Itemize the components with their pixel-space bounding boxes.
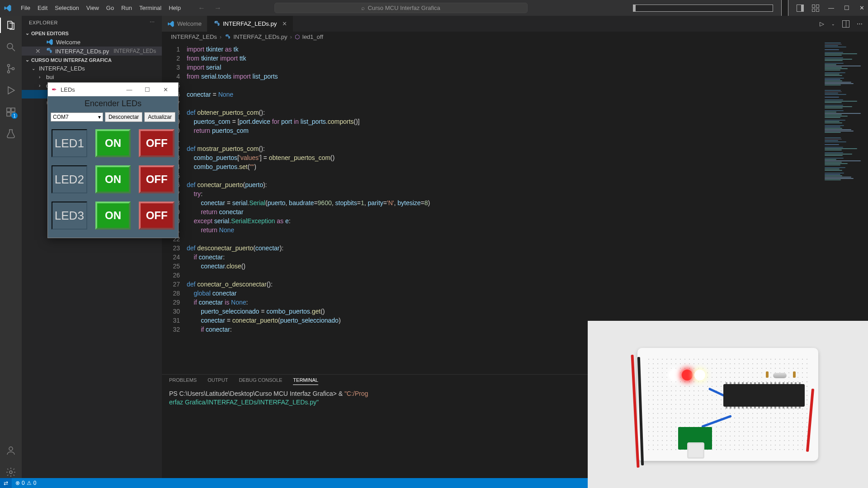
refresh-button[interactable]: Actualizar [144,112,175,122]
port-combobox[interactable]: COM7 ▾ [51,113,103,122]
window-close-icon[interactable]: ✕ [859,5,864,11]
folder-build[interactable]: ›bui [22,73,162,81]
status-problems[interactable]: ⊗0 ⚠0 [12,480,40,486]
toggle-secondary-sidebar-icon[interactable] [797,5,804,12]
editor-more-icon[interactable]: ⋯ [857,20,863,27]
open-editors-section[interactable]: ⌄OPEN EDITORS [22,29,162,38]
led3-on-button[interactable]: ON [95,202,131,230]
python-file-icon [224,34,231,40]
led3-off-button[interactable]: OFF [139,202,175,230]
tab-interfaz-leds[interactable]: INTERFAZ_LEDs.py ✕ [208,16,293,32]
toggle-primary-sidebar-icon[interactable] [633,5,773,12]
close-tab-icon[interactable]: ✕ [282,20,287,27]
nav-back-icon[interactable]: ← [198,4,205,12]
vscode-logo-icon [4,4,12,12]
editor-tabs: Welcome INTERFAZ_LEDs.py ✕ ▷ ⌄ ⋯ [162,16,868,32]
disconnect-button[interactable]: Desconectar [105,112,142,122]
accounts-icon[interactable] [5,445,17,456]
tk-maximize-icon[interactable]: ☐ [138,86,156,93]
hardware-led3 [694,370,705,380]
open-editor-welcome[interactable]: Welcome [22,38,162,47]
settings-gear-icon[interactable] [5,466,17,478]
tkinter-window[interactable]: ✒ LEDs — ☐ ✕ Encender LEDs COM7 ▾ Descon… [47,82,179,238]
tk-minimize-icon[interactable]: — [120,86,138,93]
project-section[interactable]: ⌄CURSO MCU INTERFAZ GRAFICA [22,56,162,64]
command-center-search[interactable]: ⌕ Curso MCU Interfaz Grafica [274,3,528,13]
tkinter-titlebar[interactable]: ✒ LEDs — ☐ ✕ [48,83,178,96]
folder-interfaz-leds[interactable]: ⌄INTERFAZ_LEDs [22,64,162,73]
menu-view[interactable]: View [83,3,103,13]
source-control-icon[interactable] [5,63,17,75]
menu-go[interactable]: Go [103,3,118,13]
panel-tab-terminal[interactable]: TERMINAL [293,377,318,385]
led1-off-button[interactable]: OFF [139,129,175,157]
tk-close-icon[interactable]: ✕ [156,86,175,93]
customize-layout-icon[interactable] [812,5,819,12]
remote-indicator[interactable]: ⇄ [0,478,12,488]
menu-terminal[interactable]: Terminal [136,3,165,13]
tkinter-title: LEDs [61,86,75,93]
tkinter-heading: Encender LEDs [48,96,178,111]
led1-on-button[interactable]: ON [95,129,131,157]
hardware-led1 [669,370,680,380]
panel-tab-problems[interactable]: PROBLEMS [169,377,197,385]
run-debug-icon[interactable] [5,84,17,96]
remote-icon: ⇄ [4,480,8,486]
extensions-icon[interactable]: 1 [5,106,17,118]
svg-point-9 [9,471,12,474]
nav-forward-icon[interactable]: → [214,4,222,12]
menu-run[interactable]: Run [118,3,136,13]
explorer-title: EXPLORER [29,20,58,25]
vscode-file-icon [46,38,53,46]
symbol-icon: ⬡ [295,33,300,40]
open-editor-file[interactable]: ✕ INTERFAZ_LEDs.py INTERFAZ_LEDs [22,47,162,56]
window-maximize-icon[interactable]: ☐ [844,5,849,11]
menu-selection[interactable]: Selection [51,3,82,13]
svg-point-2 [8,71,10,73]
menu-help[interactable]: Help [165,3,184,13]
svg-point-1 [8,65,10,67]
explorer-icon[interactable] [5,19,17,31]
explorer-more-icon[interactable]: ⋯ [150,19,155,25]
led2-off-button[interactable]: OFF [139,165,175,193]
led1-label: LED1 [52,129,87,157]
menu-file[interactable]: File [17,3,34,13]
extensions-badge: 1 [11,113,18,119]
testing-icon[interactable] [5,128,17,140]
menu-edit[interactable]: Edit [34,3,51,13]
tab-welcome[interactable]: Welcome [162,16,208,32]
svg-rect-4 [7,108,10,112]
error-icon: ⊗ [15,480,20,486]
led3-label: LED3 [52,202,87,230]
breadcrumbs[interactable]: INTERFAZ_LEDs› INTERFAZ_LEDs.py› ⬡ led1_… [162,32,868,42]
run-file-icon[interactable]: ▷ [820,20,824,27]
close-editor-icon[interactable]: ✕ [35,47,41,55]
activity-bar: 1 [0,16,22,478]
svg-rect-7 [11,108,15,112]
split-editor-icon[interactable] [842,20,849,28]
python-file-icon [45,47,52,55]
svg-point-11 [215,21,216,22]
panel-tab-output[interactable]: OUTPUT [208,377,228,385]
window-minimize-icon[interactable]: — [828,5,834,11]
svg-point-0 [7,43,13,49]
usb-serial-module [678,427,712,450]
svg-point-10 [47,49,48,49]
breadboard-camera-feed [588,321,868,488]
panel-tab-debug[interactable]: DEBUG CONSOLE [239,377,282,385]
title-bar: File Edit Selection View Go Run Terminal… [0,0,868,16]
warning-icon: ⚠ [27,480,32,486]
svg-point-8 [9,447,13,450]
hardware-led2 [682,370,693,380]
python-file-icon [213,20,220,28]
combobox-arrow-icon: ▾ [98,114,101,120]
tkinter-feather-icon: ✒ [52,86,57,93]
run-dropdown-icon[interactable]: ⌄ [831,22,835,26]
svg-rect-5 [7,113,10,116]
search-icon[interactable] [5,41,17,53]
vscode-file-icon [167,20,175,28]
svg-point-3 [12,68,14,70]
pic-microcontroller [723,384,805,407]
led2-on-button[interactable]: ON [95,165,131,193]
search-placeholder: Curso MCU Interfaz Grafica [368,5,440,11]
